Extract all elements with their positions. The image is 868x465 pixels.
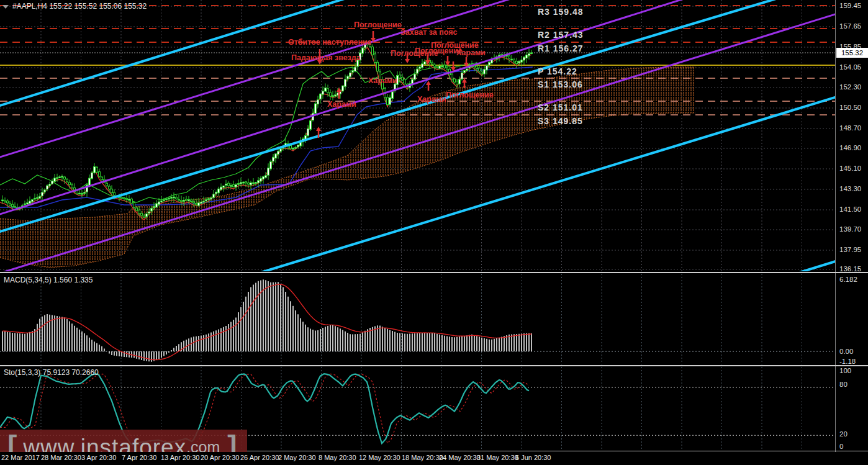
pattern-annotation[interactable]: Поглощение xyxy=(354,20,402,29)
date-axis-label: 8 May 20:30 xyxy=(319,454,356,461)
pivot-label-s1: S1 153.06 xyxy=(538,79,583,89)
price-scale-label: 137.95 xyxy=(839,246,861,253)
price-scale-border xyxy=(835,0,836,452)
chart-window: #AAPL,H4 155.22 155.52 155.06 155.32 159… xyxy=(0,0,868,465)
panel-separator-1[interactable] xyxy=(0,272,868,273)
pivot-label-s2: S2 151.01 xyxy=(538,102,583,112)
sto-indicator-label: Sto(15,3,3) 75.9123 70.2660 xyxy=(4,368,99,377)
pattern-annotation[interactable]: Харами xyxy=(327,100,356,109)
date-axis-label: 24 May 20:30 xyxy=(439,454,481,461)
price-scale-label: 139.70 xyxy=(839,225,861,233)
sto-scale-label: 20 xyxy=(839,430,848,438)
price-scale-label: 141.50 xyxy=(839,205,861,213)
sto-scale-label: 100 xyxy=(839,367,851,374)
date-axis-label: 18 May 20:30 xyxy=(402,454,443,461)
macd-scale-label: 6.182 xyxy=(839,276,857,283)
main-chart-canvas[interactable] xyxy=(0,0,835,271)
date-axis-label: 2 May 20:30 xyxy=(278,454,316,461)
price-scale-label: 145.10 xyxy=(839,165,861,172)
price-scale-label: 154.05 xyxy=(839,63,861,71)
price-scale-label: 159.45 xyxy=(839,2,861,9)
price-scale-label: 150.50 xyxy=(839,104,861,111)
price-scale-label: 157.65 xyxy=(839,22,861,30)
current-price-badge: 155.32 xyxy=(836,48,868,58)
price-scale-label: 146.90 xyxy=(839,144,861,151)
price-scale-label: 148.70 xyxy=(839,124,861,132)
price-scale-label: 143.30 xyxy=(839,185,861,192)
chart-title: #AAPL,H4 155.22 155.52 155.06 155.32 xyxy=(2,2,147,11)
symbol-period-label: #AAPL,H4 xyxy=(12,2,47,11)
pivot-label-p: P 154.22 xyxy=(538,66,577,76)
date-axis-label: 22 Mar 2017 xyxy=(1,454,40,461)
date-axis-label: 6 Jun 20:30 xyxy=(515,454,551,461)
date-axis-label: 13 Apr 20:30 xyxy=(161,454,199,461)
ohlc-values: 155.22 155.52 155.06 155.32 xyxy=(49,2,147,11)
symbol-dropdown-icon[interactable] xyxy=(2,5,9,9)
pivot-label-s3: S3 149.85 xyxy=(538,116,583,126)
date-axis-label: 3 Apr 20:30 xyxy=(81,454,116,461)
pattern-annotation[interactable]: Захват за пояс xyxy=(400,28,458,37)
date-axis-label: 20 Apr 20:30 xyxy=(201,454,239,461)
pattern-annotation[interactable]: Поглощение xyxy=(391,49,438,58)
date-axis-label: 26 Apr 20:30 xyxy=(240,454,279,461)
pattern-annotation[interactable]: Харами xyxy=(417,95,446,104)
sto-scale-label: 80 xyxy=(839,381,848,388)
pattern-annotation[interactable]: Падающая звезда xyxy=(291,53,361,62)
date-axis-label: 12 May 20:30 xyxy=(359,454,400,461)
macd-indicator-label: MACD(5,34,5) 1.560 1.335 xyxy=(4,276,93,284)
macd-panel-canvas[interactable] xyxy=(0,274,835,364)
macd-scale-label: -1.18 xyxy=(839,358,856,365)
panel-separator-2[interactable] xyxy=(0,365,868,366)
date-axis-label: 28 Mar 20:30 xyxy=(41,454,81,461)
date-axis[interactable]: 22 Mar 201728 Mar 20:303 Apr 20:307 Apr … xyxy=(0,452,868,465)
date-axis-label: 31 May 20:30 xyxy=(477,454,518,461)
macd-scale-label: 0.00 xyxy=(839,348,853,355)
pivot-label-r2: R2 157.43 xyxy=(538,30,584,40)
pattern-annotation[interactable]: Харами xyxy=(456,48,486,57)
pattern-annotation[interactable]: Харами xyxy=(368,76,397,85)
date-axis-label: 7 Apr 20:30 xyxy=(122,454,156,461)
pivot-label-r1: R1 156.27 xyxy=(538,43,584,53)
pattern-annotation[interactable]: Отбитое наступление xyxy=(288,38,372,47)
price-scale-label: 152.30 xyxy=(839,83,861,91)
pattern-annotation[interactable]: Поглощение xyxy=(446,91,494,99)
sto-scale-label: 0 xyxy=(839,443,843,450)
pivot-label-r3: R3 159.48 xyxy=(538,7,584,17)
